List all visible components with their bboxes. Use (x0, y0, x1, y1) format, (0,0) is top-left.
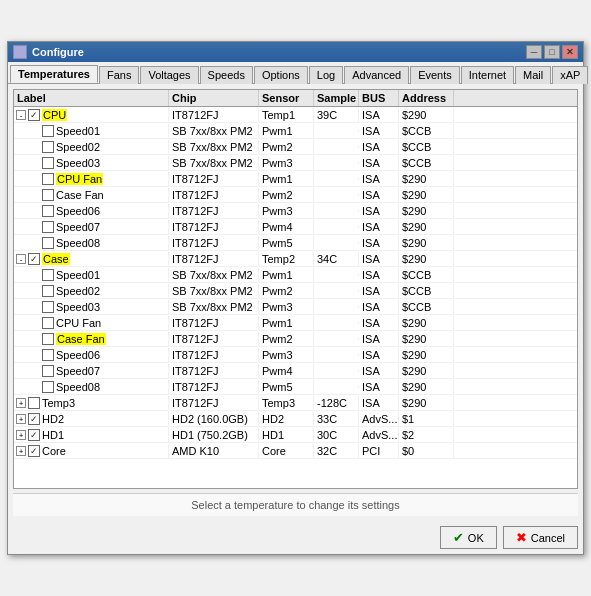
address-cell: $0 (399, 444, 454, 458)
address-cell: $290 (399, 396, 454, 410)
label-cell: -Case (14, 252, 169, 266)
label-cell: Speed06 (14, 204, 169, 218)
table-row[interactable]: Speed08IT8712FJPwm5ISA$290 (14, 379, 577, 395)
chip-cell: IT8712FJ (169, 364, 259, 378)
restore-button[interactable]: □ (544, 45, 560, 59)
row-label: Core (42, 445, 66, 457)
label-cell: Speed01 (14, 268, 169, 282)
expand-button[interactable]: - (16, 254, 26, 264)
tab-fans[interactable]: Fans (99, 66, 139, 84)
table-row[interactable]: +HD2HD2 (160.0GB)HD233CAdvS...$1 (14, 411, 577, 427)
row-checkbox[interactable] (42, 365, 54, 377)
expand-button[interactable]: + (16, 430, 26, 440)
table-row[interactable]: Speed01SB 7xx/8xx PM2Pwm1ISA$CCB (14, 123, 577, 139)
row-checkbox[interactable] (42, 157, 54, 169)
label-cell: +HD2 (14, 412, 169, 426)
tab-internet[interactable]: Internet (461, 66, 514, 84)
row-checkbox[interactable] (42, 301, 54, 313)
row-checkbox[interactable] (42, 221, 54, 233)
row-label: Speed06 (56, 205, 100, 217)
table-row[interactable]: +CoreAMD K10Core32CPCI$0 (14, 443, 577, 459)
cancel-icon: ✖ (516, 530, 527, 545)
content-area: Label Chip Sensor Sample BUS Address -CP… (8, 84, 583, 521)
table-row[interactable]: CPU FanIT8712FJPwm1ISA$290 (14, 171, 577, 187)
row-label: CPU (42, 109, 67, 121)
expand-button[interactable]: + (16, 398, 26, 408)
sensor-cell: Pwm2 (259, 284, 314, 298)
titlebar: Configure ─ □ ✕ (8, 42, 583, 62)
ok-button[interactable]: ✔ OK (440, 526, 497, 549)
row-checkbox[interactable] (42, 173, 54, 185)
row-checkbox[interactable] (42, 317, 54, 329)
table-body: -CPUIT8712FJTemp139CISA$290Speed01SB 7xx… (14, 107, 577, 459)
table-row[interactable]: Speed07IT8712FJPwm4ISA$290 (14, 219, 577, 235)
bus-cell: ISA (359, 396, 399, 410)
table-row[interactable]: Case FanIT8712FJPwm2ISA$290 (14, 187, 577, 203)
table-row[interactable]: Speed02SB 7xx/8xx PM2Pwm2ISA$CCB (14, 283, 577, 299)
address-cell: $290 (399, 332, 454, 346)
table-row[interactable]: Speed08IT8712FJPwm5ISA$290 (14, 235, 577, 251)
tab-temperatures[interactable]: Temperatures (10, 65, 98, 83)
row-label: Speed03 (56, 157, 100, 169)
table-row[interactable]: -CaseIT8712FJTemp234CISA$290 (14, 251, 577, 267)
temperatures-list[interactable]: Label Chip Sensor Sample BUS Address -CP… (13, 89, 578, 489)
table-row[interactable]: Speed03SB 7xx/8xx PM2Pwm3ISA$CCB (14, 299, 577, 315)
row-checkbox[interactable] (42, 141, 54, 153)
table-row[interactable]: Speed03SB 7xx/8xx PM2Pwm3ISA$CCB (14, 155, 577, 171)
close-button[interactable]: ✕ (562, 45, 578, 59)
table-row[interactable]: +HD1HD1 (750.2GB)HD130CAdvS...$2 (14, 427, 577, 443)
row-checkbox[interactable] (28, 253, 40, 265)
tab-mail[interactable]: Mail (515, 66, 551, 84)
row-checkbox[interactable] (28, 397, 40, 409)
row-checkbox[interactable] (42, 189, 54, 201)
chip-cell: AMD K10 (169, 444, 259, 458)
tab-xap[interactable]: xAP (552, 66, 588, 84)
bus-cell: PCI (359, 444, 399, 458)
chip-cell: IT8712FJ (169, 380, 259, 394)
row-checkbox[interactable] (42, 333, 54, 345)
row-label: Case Fan (56, 333, 106, 345)
table-row[interactable]: Speed02SB 7xx/8xx PM2Pwm2ISA$CCB (14, 139, 577, 155)
expand-button[interactable]: + (16, 414, 26, 424)
row-checkbox[interactable] (42, 237, 54, 249)
table-row[interactable]: Speed07IT8712FJPwm4ISA$290 (14, 363, 577, 379)
sample-cell (314, 338, 359, 340)
table-row[interactable]: +Temp3IT8712FJTemp3-128CISA$290 (14, 395, 577, 411)
label-cell: Speed02 (14, 284, 169, 298)
configure-window: Configure ─ □ ✕ TemperaturesFansVoltages… (7, 41, 584, 555)
tab-voltages[interactable]: Voltages (140, 66, 198, 84)
table-row[interactable]: Speed01SB 7xx/8xx PM2Pwm1ISA$CCB (14, 267, 577, 283)
expand-button[interactable]: + (16, 446, 26, 456)
row-checkbox[interactable] (28, 445, 40, 457)
table-row[interactable]: Case FanIT8712FJPwm2ISA$290 (14, 331, 577, 347)
header-bus: BUS (359, 90, 399, 106)
cancel-button[interactable]: ✖ Cancel (503, 526, 578, 549)
sample-cell: 39C (314, 108, 359, 122)
sensor-cell: Temp1 (259, 108, 314, 122)
row-checkbox[interactable] (42, 285, 54, 297)
row-checkbox[interactable] (42, 349, 54, 361)
tab-advanced[interactable]: Advanced (344, 66, 409, 84)
row-checkbox[interactable] (28, 413, 40, 425)
tab-speeds[interactable]: Speeds (200, 66, 253, 84)
expand-button[interactable]: - (16, 110, 26, 120)
row-checkbox[interactable] (42, 205, 54, 217)
tab-log[interactable]: Log (309, 66, 343, 84)
tab-events[interactable]: Events (410, 66, 460, 84)
table-row[interactable]: Speed06IT8712FJPwm3ISA$290 (14, 203, 577, 219)
row-checkbox[interactable] (28, 109, 40, 121)
tabs-bar: TemperaturesFansVoltagesSpeedsOptionsLog… (8, 62, 583, 84)
table-row[interactable]: -CPUIT8712FJTemp139CISA$290 (14, 107, 577, 123)
sample-cell (314, 290, 359, 292)
row-checkbox[interactable] (42, 269, 54, 281)
row-checkbox[interactable] (42, 125, 54, 137)
table-row[interactable]: Speed06IT8712FJPwm3ISA$290 (14, 347, 577, 363)
row-checkbox[interactable] (42, 381, 54, 393)
chip-cell: IT8712FJ (169, 172, 259, 186)
sensor-cell: Pwm1 (259, 172, 314, 186)
chip-cell: IT8712FJ (169, 108, 259, 122)
row-checkbox[interactable] (28, 429, 40, 441)
tab-options[interactable]: Options (254, 66, 308, 84)
minimize-button[interactable]: ─ (526, 45, 542, 59)
table-row[interactable]: CPU FanIT8712FJPwm1ISA$290 (14, 315, 577, 331)
